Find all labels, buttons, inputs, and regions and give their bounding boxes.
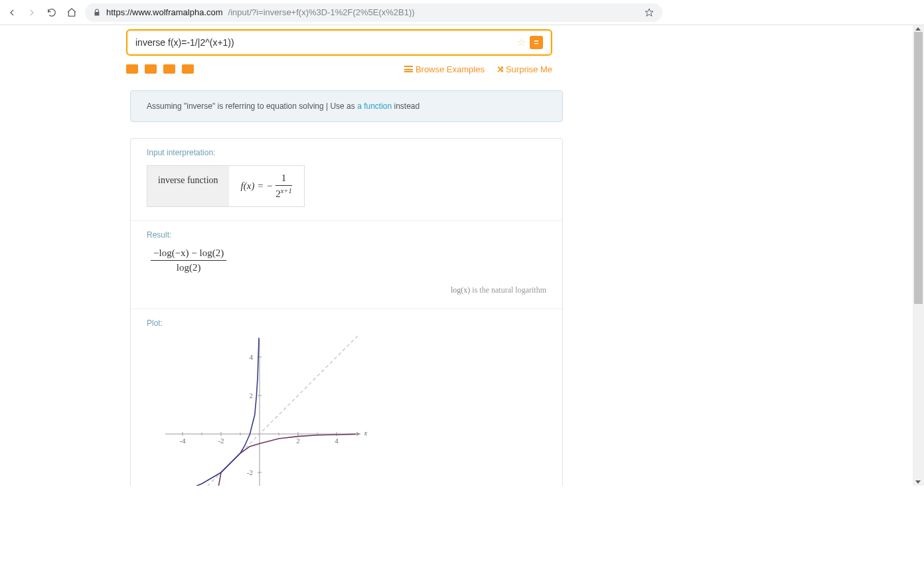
url-path: /input/?i=inverse+f(x)%3D-1%2F(2%5E(x%2B… [228,7,415,17]
assumption-box: Assuming "inverse" is referring to equat… [130,90,563,122]
svg-text:2: 2 [296,437,300,445]
surprise-me-link[interactable]: ⤨Surprise Me [497,64,552,74]
plot: -4 -2 2 4 4 2 -2 -4 x [160,336,386,486]
result-section: Result: −log(−x) − log(2)log(2) log(x) i… [131,221,562,309]
svg-text:4: 4 [250,353,254,361]
assumption-text-post: instead [392,102,420,111]
search-box: ☆ = [126,29,552,56]
url-bar[interactable]: https://www.wolframalpha.com/input/?i=in… [85,3,662,22]
section-header: Input interpretation: [147,148,546,157]
section-header: Plot: [147,319,546,328]
interpretation-expr: f(x) = − 12x+1 [229,166,304,206]
browse-examples-link[interactable]: Browse Examples [404,64,485,74]
svg-text:-2: -2 [247,468,253,476]
query-input[interactable] [135,37,517,48]
result-card: Input interpretation: inverse function f… [130,138,563,486]
interpretation-label: inverse function [147,166,229,206]
list-icon [404,66,413,72]
reload-button[interactable] [45,6,58,19]
bookmark-star-icon[interactable] [644,7,654,18]
page-viewport: ☆ = Browse Examples ⤨Surprise Me Assumin… [0,25,924,486]
image-input-icon[interactable] [145,64,157,74]
url-host: https://www.wolframalpha.com [106,7,223,17]
plot-section: Plot: [131,309,562,486]
input-interpretation-section: Input interpretation: inverse function f… [131,139,562,221]
svg-line-23 [165,334,359,486]
shuffle-icon: ⤨ [497,64,503,74]
section-header: Result: [147,230,546,240]
plot-svg: -4 -2 2 4 4 2 -2 -4 x [160,336,386,486]
file-upload-icon[interactable] [182,64,194,74]
svg-text:-4: -4 [179,437,186,445]
interpretation-box: inverse function f(x) = − 12x+1 [147,165,305,207]
svg-text:4: 4 [335,437,339,445]
vertical-scrollbar[interactable] [913,25,924,486]
forward-button[interactable] [25,6,38,19]
assumption-text-pre: Assuming "inverse" is referring to equat… [147,102,357,111]
logarithm-note: log(x) is the natural logarithm [147,285,546,295]
favorite-star-icon[interactable]: ☆ [517,36,526,48]
data-input-icon[interactable] [163,64,175,74]
keyboard-icon[interactable] [126,64,138,74]
browser-toolbar: https://www.wolframalpha.com/input/?i=in… [0,0,924,25]
result-formula: −log(−x) − log(2)log(2) [147,248,546,273]
svg-text:-2: -2 [218,437,224,445]
lock-icon [93,9,101,17]
bottom-whitespace [0,485,924,567]
home-button[interactable] [65,6,78,19]
svg-text:x: x [364,429,368,437]
svg-text:2: 2 [250,391,254,399]
submit-button[interactable]: = [530,36,543,49]
assumption-link[interactable]: a function [357,102,392,111]
back-button[interactable] [5,6,19,19]
input-toolbar: Browse Examples ⤨Surprise Me [126,64,552,74]
